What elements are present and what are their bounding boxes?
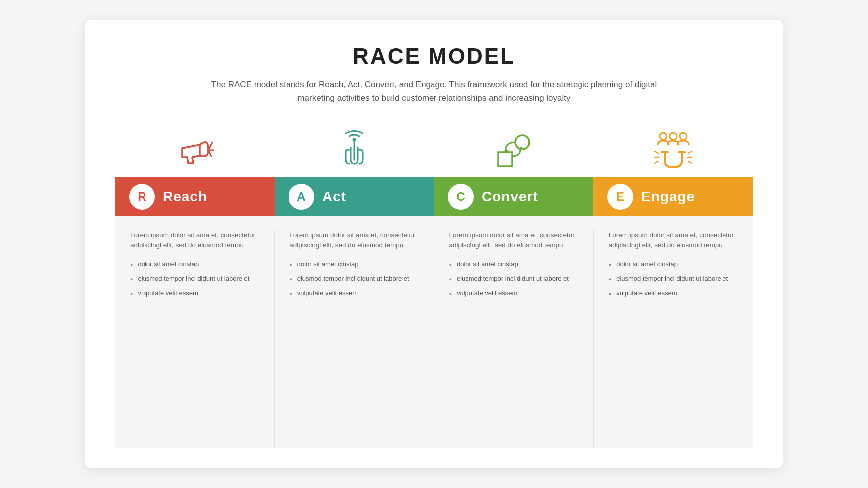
- convert-bar: C Convert: [434, 177, 593, 216]
- engage-letter-circle: E: [607, 184, 633, 210]
- bar-row: R Reach A Act C Convert E Engage: [115, 177, 753, 216]
- page-title: RACE MODEL: [353, 44, 515, 69]
- act-bar: A Act: [275, 177, 434, 216]
- engage-letter: E: [616, 190, 624, 204]
- convert-icon: [491, 127, 536, 172]
- convert-paragraph: Lorem ipsum dolor sit ama et, consectetu…: [449, 230, 579, 251]
- icons-row: [115, 122, 753, 177]
- svg-point-3: [353, 138, 356, 142]
- convert-letter: C: [456, 190, 465, 204]
- content-row: Lorem ipsum dolor sit ama et, consectetu…: [115, 216, 753, 448]
- list-item: eiusmod tempor inci didunt ut labore et: [609, 274, 738, 284]
- svg-line-15: [655, 151, 658, 153]
- svg-point-9: [670, 133, 677, 140]
- list-item: dolor sit amet cinstap: [609, 260, 738, 269]
- act-label: Act: [322, 189, 346, 205]
- reach-paragraph: Lorem ipsum dolor sit ama et, consectetu…: [130, 230, 259, 251]
- list-item: eiusmod tempor inci didunt ut labore et: [449, 274, 579, 284]
- convert-label: Convert: [482, 189, 538, 205]
- act-icon-cell: [275, 122, 434, 177]
- svg-point-10: [680, 133, 687, 140]
- convert-icon-cell: [434, 122, 593, 177]
- reach-content: Lorem ipsum dolor sit ama et, consectetu…: [115, 230, 275, 448]
- reach-bullets: dolor sit amet cinstap eiusmod tempor in…: [130, 260, 259, 298]
- reach-icon-cell: [115, 122, 275, 177]
- page-subtitle: The RACE model stands for Reach, Act, Co…: [210, 78, 658, 105]
- megaphone-icon: [172, 127, 217, 172]
- reach-letter-circle: R: [129, 184, 155, 210]
- engage-label: Engage: [641, 189, 695, 205]
- magnet-icon: [651, 127, 696, 172]
- act-letter-circle: A: [289, 184, 314, 210]
- touch-icon: [332, 127, 377, 172]
- svg-point-8: [660, 133, 667, 140]
- convert-content: Lorem ipsum dolor sit ama et, consectetu…: [434, 230, 594, 448]
- svg-point-4: [515, 135, 529, 149]
- svg-line-18: [688, 161, 692, 163]
- engage-paragraph: Lorem ipsum dolor sit ama et, consectetu…: [609, 230, 738, 251]
- convert-bullets: dolor sit amet cinstap eiusmod tempor in…: [449, 260, 579, 298]
- act-bullets: dolor sit amet cinstap eiusmod tempor in…: [289, 260, 419, 298]
- act-content: Lorem ipsum dolor sit ama et, consectetu…: [275, 230, 434, 448]
- reach-label: Reach: [163, 189, 207, 205]
- svg-line-17: [655, 161, 658, 163]
- list-item: vulputate velit essem: [130, 289, 259, 298]
- svg-line-16: [688, 151, 692, 153]
- engage-bullets: dolor sit amet cinstap eiusmod tempor in…: [609, 260, 738, 298]
- list-item: vulputate velit essem: [289, 289, 419, 298]
- engage-content: Lorem ipsum dolor sit ama et, consectetu…: [594, 230, 753, 448]
- list-item: eiusmod tempor inci didunt ut labore et: [289, 274, 419, 284]
- list-item: eiusmod tempor inci didunt ut labore et: [130, 274, 259, 284]
- act-paragraph: Lorem ipsum dolor sit ama et, consectetu…: [289, 230, 419, 251]
- act-letter: A: [297, 190, 305, 204]
- engage-icon-cell: [593, 122, 753, 177]
- list-item: vulputate velit essem: [609, 289, 738, 298]
- reach-bar: R Reach: [115, 177, 275, 216]
- list-item: vulputate velit essem: [449, 289, 579, 298]
- slide: RACE MODEL The RACE model stands for Rea…: [85, 20, 783, 468]
- convert-letter-circle: C: [448, 184, 474, 210]
- svg-rect-5: [498, 152, 512, 166]
- engage-bar: E Engage: [593, 177, 753, 216]
- reach-letter: R: [138, 190, 146, 204]
- list-item: dolor sit amet cinstap: [289, 260, 419, 269]
- list-item: dolor sit amet cinstap: [130, 260, 259, 269]
- list-item: dolor sit amet cinstap: [449, 260, 579, 269]
